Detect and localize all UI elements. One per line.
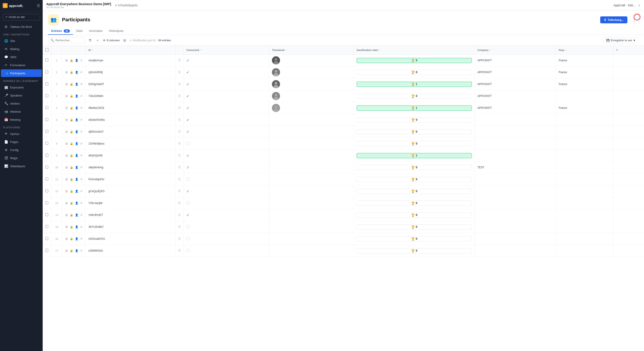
user-icon[interactable]: 👤 (74, 130, 79, 134)
history-icon[interactable]: ↺ (80, 82, 83, 86)
row-checkbox[interactable] (45, 225, 48, 228)
row-checkbox[interactable] (45, 189, 48, 192)
search-box[interactable]: 🔍 (48, 37, 85, 43)
drag-icon[interactable]: ⠿ (178, 154, 180, 157)
row-drag[interactable]: ⠿ (175, 233, 184, 245)
sidebar-item-tableau[interactable]: ⊞ Tableau De Bord (1, 23, 42, 30)
header-connected-col[interactable]: Connected ⬇ (184, 46, 269, 54)
lock-icon[interactable]: 🔒 (70, 178, 74, 181)
row-checkbox[interactable] (45, 130, 48, 133)
row-checkbox[interactable] (45, 213, 48, 216)
more-options-button[interactable]: ⋮ (630, 15, 638, 24)
table-view-button[interactable]: ⊞ (122, 37, 127, 43)
user-icon[interactable]: 👤 (74, 70, 79, 74)
tab-entrees[interactable]: Entrées 84 (48, 27, 73, 35)
sidebar-item-apercu[interactable]: 👁 Aperçu (1, 130, 42, 138)
drag-icon[interactable]: ⠿ (178, 130, 180, 134)
row-drag[interactable]: ⠿ (175, 209, 184, 221)
history-icon[interactable]: ↺ (80, 225, 83, 229)
save-view-button[interactable]: 💾 Enregistrer la vue ▼ (603, 37, 638, 43)
row-drag[interactable]: ⠿ (175, 150, 184, 162)
drag-icon[interactable]: ⠿ (178, 213, 180, 217)
row-checkbox[interactable] (45, 166, 48, 169)
history-icon[interactable]: ↺ (80, 94, 83, 98)
row-drag[interactable]: ⠿ (175, 138, 184, 150)
tab-anomalies[interactable]: Anomalies (86, 27, 106, 35)
lock-icon[interactable]: 🔒 (70, 58, 74, 62)
history-icon[interactable]: ↺ (80, 237, 83, 241)
history-icon[interactable]: ↺ (80, 130, 83, 134)
header-add-col[interactable]: + (613, 46, 644, 54)
user-icon[interactable]: 👤 (74, 106, 79, 110)
user-chevron-icon[interactable]: ▼ (638, 4, 640, 7)
filter-button[interactable]: ⚗ (88, 37, 92, 43)
header-thumbnail-col[interactable]: Thumbnail ⬇ (269, 46, 354, 54)
drag-icon[interactable]: ⠿ (178, 189, 180, 193)
lock-icon[interactable]: 🔒 (70, 249, 74, 253)
hamburger-icon[interactable]: ☰ (37, 3, 40, 8)
access-site-button[interactable]: ↗ Accès au site (3, 14, 40, 20)
row-checkbox[interactable] (45, 154, 48, 157)
user-icon[interactable]: 👤 (74, 213, 79, 217)
user-icon[interactable]: 👤 (74, 94, 79, 98)
drag-icon[interactable]: ⠿ (178, 225, 180, 229)
history-icon[interactable]: ↺ (80, 213, 83, 217)
drag-icon[interactable]: ⠿ (178, 142, 180, 145)
sidebar-item-statistiques[interactable]: 📊 Statistiques (1, 162, 42, 170)
history-icon[interactable]: ↺ (80, 189, 83, 193)
user-icon[interactable]: 👤 (74, 166, 79, 169)
lock-icon[interactable]: 🔒 (70, 142, 74, 145)
search-input[interactable] (56, 39, 82, 42)
tab-stats[interactable]: Stats (73, 27, 86, 35)
user-icon[interactable]: 👤 (74, 142, 79, 145)
delete-icon[interactable]: 🗑 (65, 118, 68, 122)
user-name[interactable]: Céli... (628, 3, 635, 7)
header-company-col[interactable]: Company ⬇ (475, 46, 556, 54)
history-icon[interactable]: ↺ (80, 106, 83, 110)
user-icon[interactable]: 👤 (74, 225, 79, 229)
header-id-col[interactable]: Id ⬇ (86, 46, 176, 54)
drag-icon[interactable]: ⠿ (178, 249, 180, 253)
delete-icon[interactable]: 🗑 (65, 130, 68, 134)
row-checkbox[interactable] (45, 106, 48, 109)
history-icon[interactable]: ↺ (80, 154, 83, 157)
delete-icon[interactable]: 🗑 (65, 249, 68, 253)
drag-icon[interactable]: ⠿ (178, 118, 180, 122)
drag-icon[interactable]: ⠿ (178, 106, 180, 110)
lock-icon[interactable]: 🔒 (70, 201, 74, 205)
drag-icon[interactable]: ⠿ (178, 178, 180, 181)
lock-icon[interactable]: 🔒 (70, 130, 74, 134)
row-drag[interactable]: ⠿ (175, 173, 184, 185)
user-icon[interactable]: 👤 (74, 237, 79, 241)
sidebar-item-pages[interactable]: 📄 Pages (1, 138, 42, 146)
row-checkbox[interactable] (45, 142, 48, 145)
row-drag[interactable]: ⠿ (175, 78, 184, 90)
delete-icon[interactable]: 🗑 (65, 166, 68, 169)
delete-icon[interactable]: 🗑 (65, 58, 68, 62)
sidebar-item-webinar[interactable]: 📹 Webinar (1, 108, 42, 115)
header-gamification-col[interactable]: Gamification stats ⬇ (354, 46, 474, 54)
delete-icon[interactable]: 🗑 (65, 70, 68, 74)
row-drag[interactable]: ⠿ (175, 114, 184, 126)
user-icon[interactable]: 👤 (74, 82, 79, 86)
row-drag[interactable]: ⠿ (175, 66, 184, 78)
history-icon[interactable]: ↺ (80, 118, 83, 122)
delete-icon[interactable]: 🗑 (65, 189, 68, 193)
sidebar-item-formulaires[interactable]: ✏ Formulaires (1, 61, 42, 69)
delete-icon[interactable]: 🗑 (65, 213, 68, 217)
add-column-icon[interactable]: + (616, 48, 618, 52)
drag-icon[interactable]: ⠿ (178, 94, 180, 98)
row-drag[interactable]: ⠿ (175, 102, 184, 114)
row-drag[interactable]: ⠿ (175, 126, 184, 138)
history-icon[interactable]: ↺ (80, 166, 83, 169)
history-icon[interactable]: ↺ (80, 178, 83, 181)
sidebar-item-participants[interactable]: 👥 Participants (1, 69, 42, 77)
delete-icon[interactable]: 🗑 (65, 154, 68, 157)
user-icon[interactable]: 👤 (74, 178, 79, 181)
row-drag[interactable]: ⠿ (175, 185, 184, 197)
lock-icon[interactable]: 🔒 (70, 166, 74, 169)
row-drag[interactable]: ⠿ (175, 221, 184, 233)
delete-icon[interactable]: 🗑 (65, 82, 68, 86)
user-icon[interactable]: 👤 (74, 201, 79, 205)
row-drag[interactable]: ⠿ (175, 197, 184, 209)
